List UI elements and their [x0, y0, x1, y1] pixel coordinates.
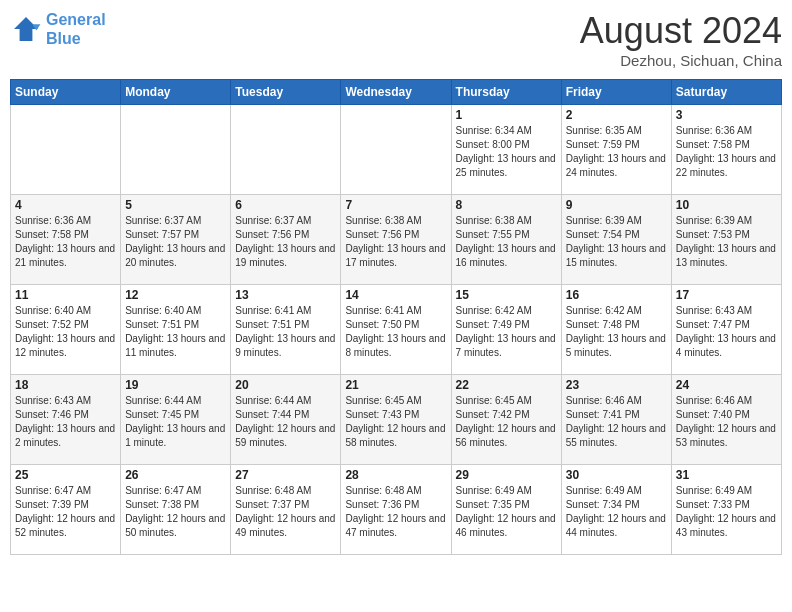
day-info: Sunrise: 6:43 AM Sunset: 7:46 PM Dayligh…	[15, 394, 116, 450]
day-info: Sunrise: 6:39 AM Sunset: 7:53 PM Dayligh…	[676, 214, 777, 270]
day-number: 23	[566, 378, 667, 392]
calendar-cell	[121, 105, 231, 195]
calendar-cell: 4Sunrise: 6:36 AM Sunset: 7:58 PM Daylig…	[11, 195, 121, 285]
calendar-cell: 23Sunrise: 6:46 AM Sunset: 7:41 PM Dayli…	[561, 375, 671, 465]
day-info: Sunrise: 6:40 AM Sunset: 7:52 PM Dayligh…	[15, 304, 116, 360]
day-number: 4	[15, 198, 116, 212]
day-number: 30	[566, 468, 667, 482]
day-info: Sunrise: 6:34 AM Sunset: 8:00 PM Dayligh…	[456, 124, 557, 180]
calendar-cell: 21Sunrise: 6:45 AM Sunset: 7:43 PM Dayli…	[341, 375, 451, 465]
calendar-cell: 29Sunrise: 6:49 AM Sunset: 7:35 PM Dayli…	[451, 465, 561, 555]
calendar-cell: 19Sunrise: 6:44 AM Sunset: 7:45 PM Dayli…	[121, 375, 231, 465]
calendar-cell: 14Sunrise: 6:41 AM Sunset: 7:50 PM Dayli…	[341, 285, 451, 375]
day-info: Sunrise: 6:49 AM Sunset: 7:35 PM Dayligh…	[456, 484, 557, 540]
day-number: 27	[235, 468, 336, 482]
week-row-3: 11Sunrise: 6:40 AM Sunset: 7:52 PM Dayli…	[11, 285, 782, 375]
day-number: 13	[235, 288, 336, 302]
day-number: 9	[566, 198, 667, 212]
day-info: Sunrise: 6:39 AM Sunset: 7:54 PM Dayligh…	[566, 214, 667, 270]
week-row-5: 25Sunrise: 6:47 AM Sunset: 7:39 PM Dayli…	[11, 465, 782, 555]
calendar-cell: 17Sunrise: 6:43 AM Sunset: 7:47 PM Dayli…	[671, 285, 781, 375]
day-number: 22	[456, 378, 557, 392]
day-info: Sunrise: 6:48 AM Sunset: 7:36 PM Dayligh…	[345, 484, 446, 540]
day-number: 17	[676, 288, 777, 302]
calendar-cell: 10Sunrise: 6:39 AM Sunset: 7:53 PM Dayli…	[671, 195, 781, 285]
day-number: 2	[566, 108, 667, 122]
day-number: 3	[676, 108, 777, 122]
calendar-cell: 5Sunrise: 6:37 AM Sunset: 7:57 PM Daylig…	[121, 195, 231, 285]
calendar-cell	[341, 105, 451, 195]
calendar-cell: 31Sunrise: 6:49 AM Sunset: 7:33 PM Dayli…	[671, 465, 781, 555]
day-number: 25	[15, 468, 116, 482]
day-info: Sunrise: 6:38 AM Sunset: 7:55 PM Dayligh…	[456, 214, 557, 270]
day-header-friday: Friday	[561, 80, 671, 105]
calendar-table: SundayMondayTuesdayWednesdayThursdayFrid…	[10, 79, 782, 555]
day-number: 6	[235, 198, 336, 212]
day-number: 5	[125, 198, 226, 212]
day-number: 28	[345, 468, 446, 482]
day-info: Sunrise: 6:41 AM Sunset: 7:50 PM Dayligh…	[345, 304, 446, 360]
calendar-cell: 27Sunrise: 6:48 AM Sunset: 7:37 PM Dayli…	[231, 465, 341, 555]
svg-marker-0	[14, 17, 38, 41]
day-number: 12	[125, 288, 226, 302]
location: Dezhou, Sichuan, China	[580, 52, 782, 69]
day-header-tuesday: Tuesday	[231, 80, 341, 105]
day-header-wednesday: Wednesday	[341, 80, 451, 105]
day-info: Sunrise: 6:47 AM Sunset: 7:39 PM Dayligh…	[15, 484, 116, 540]
day-info: Sunrise: 6:49 AM Sunset: 7:33 PM Dayligh…	[676, 484, 777, 540]
day-info: Sunrise: 6:49 AM Sunset: 7:34 PM Dayligh…	[566, 484, 667, 540]
day-header-thursday: Thursday	[451, 80, 561, 105]
calendar-cell: 26Sunrise: 6:47 AM Sunset: 7:38 PM Dayli…	[121, 465, 231, 555]
calendar-cell: 1Sunrise: 6:34 AM Sunset: 8:00 PM Daylig…	[451, 105, 561, 195]
day-header-monday: Monday	[121, 80, 231, 105]
calendar-header: SundayMondayTuesdayWednesdayThursdayFrid…	[11, 80, 782, 105]
calendar-cell: 30Sunrise: 6:49 AM Sunset: 7:34 PM Dayli…	[561, 465, 671, 555]
day-info: Sunrise: 6:43 AM Sunset: 7:47 PM Dayligh…	[676, 304, 777, 360]
day-info: Sunrise: 6:36 AM Sunset: 7:58 PM Dayligh…	[15, 214, 116, 270]
calendar-cell: 2Sunrise: 6:35 AM Sunset: 7:59 PM Daylig…	[561, 105, 671, 195]
day-info: Sunrise: 6:35 AM Sunset: 7:59 PM Dayligh…	[566, 124, 667, 180]
day-info: Sunrise: 6:42 AM Sunset: 7:49 PM Dayligh…	[456, 304, 557, 360]
day-number: 8	[456, 198, 557, 212]
calendar-cell: 18Sunrise: 6:43 AM Sunset: 7:46 PM Dayli…	[11, 375, 121, 465]
day-number: 24	[676, 378, 777, 392]
day-info: Sunrise: 6:46 AM Sunset: 7:41 PM Dayligh…	[566, 394, 667, 450]
day-info: Sunrise: 6:38 AM Sunset: 7:56 PM Dayligh…	[345, 214, 446, 270]
day-header-sunday: Sunday	[11, 80, 121, 105]
day-number: 14	[345, 288, 446, 302]
week-row-2: 4Sunrise: 6:36 AM Sunset: 7:58 PM Daylig…	[11, 195, 782, 285]
calendar-cell: 25Sunrise: 6:47 AM Sunset: 7:39 PM Dayli…	[11, 465, 121, 555]
day-info: Sunrise: 6:45 AM Sunset: 7:43 PM Dayligh…	[345, 394, 446, 450]
month-title: August 2024	[580, 10, 782, 52]
calendar-cell: 28Sunrise: 6:48 AM Sunset: 7:36 PM Dayli…	[341, 465, 451, 555]
day-info: Sunrise: 6:47 AM Sunset: 7:38 PM Dayligh…	[125, 484, 226, 540]
logo-line1: General	[46, 11, 106, 28]
calendar-cell: 11Sunrise: 6:40 AM Sunset: 7:52 PM Dayli…	[11, 285, 121, 375]
title-block: August 2024 Dezhou, Sichuan, China	[580, 10, 782, 69]
logo-line2: Blue	[46, 30, 81, 47]
day-info: Sunrise: 6:44 AM Sunset: 7:44 PM Dayligh…	[235, 394, 336, 450]
day-info: Sunrise: 6:44 AM Sunset: 7:45 PM Dayligh…	[125, 394, 226, 450]
day-info: Sunrise: 6:46 AM Sunset: 7:40 PM Dayligh…	[676, 394, 777, 450]
calendar-cell	[231, 105, 341, 195]
logo: General Blue	[10, 10, 106, 48]
calendar-body: 1Sunrise: 6:34 AM Sunset: 8:00 PM Daylig…	[11, 105, 782, 555]
day-info: Sunrise: 6:40 AM Sunset: 7:51 PM Dayligh…	[125, 304, 226, 360]
day-number: 16	[566, 288, 667, 302]
calendar-cell: 22Sunrise: 6:45 AM Sunset: 7:42 PM Dayli…	[451, 375, 561, 465]
day-info: Sunrise: 6:37 AM Sunset: 7:56 PM Dayligh…	[235, 214, 336, 270]
day-number: 21	[345, 378, 446, 392]
day-info: Sunrise: 6:36 AM Sunset: 7:58 PM Dayligh…	[676, 124, 777, 180]
day-number: 26	[125, 468, 226, 482]
day-header-saturday: Saturday	[671, 80, 781, 105]
day-number: 10	[676, 198, 777, 212]
day-number: 11	[15, 288, 116, 302]
day-info: Sunrise: 6:45 AM Sunset: 7:42 PM Dayligh…	[456, 394, 557, 450]
day-number: 31	[676, 468, 777, 482]
calendar-cell: 16Sunrise: 6:42 AM Sunset: 7:48 PM Dayli…	[561, 285, 671, 375]
day-number: 7	[345, 198, 446, 212]
logo-icon	[10, 13, 42, 45]
calendar-cell	[11, 105, 121, 195]
calendar-cell: 15Sunrise: 6:42 AM Sunset: 7:49 PM Dayli…	[451, 285, 561, 375]
calendar-cell: 6Sunrise: 6:37 AM Sunset: 7:56 PM Daylig…	[231, 195, 341, 285]
